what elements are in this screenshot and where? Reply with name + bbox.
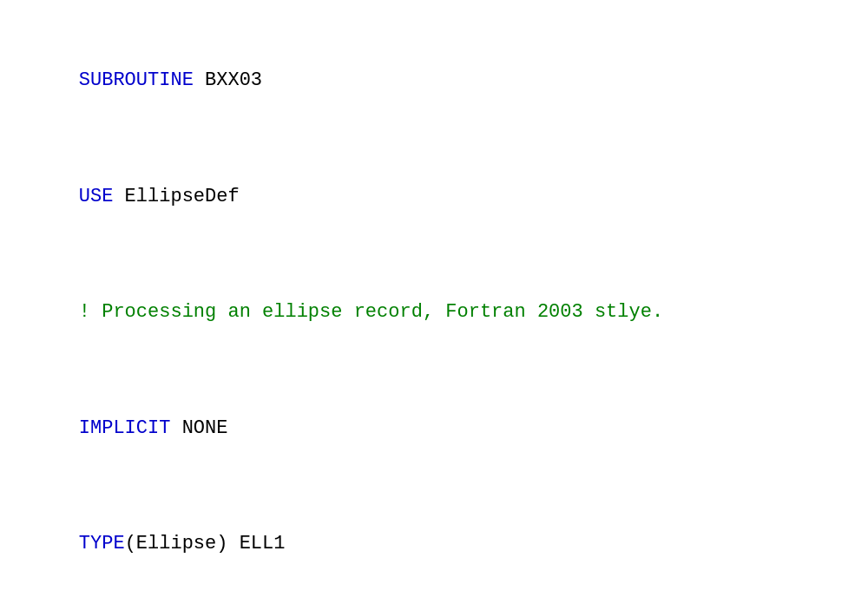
plain-none: NONE bbox=[170, 417, 227, 439]
code-line-3: ! Processing an ellipse record, Fortran … bbox=[33, 266, 835, 358]
code-line-5: TYPE(Ellipse) ELL1 bbox=[33, 498, 835, 590]
code-line-4: IMPLICIT NONE bbox=[33, 383, 835, 475]
keyword-use: USE bbox=[79, 186, 114, 207]
code-line-1: SUBROUTINE BXX03 bbox=[33, 35, 835, 127]
code-line-2: USE EllipseDef bbox=[33, 151, 835, 243]
code-editor: SUBROUTINE BXX03 USE EllipseDef ! Proces… bbox=[0, 0, 868, 610]
keyword-implicit: IMPLICIT bbox=[79, 417, 171, 439]
keyword-type: TYPE bbox=[79, 533, 125, 554]
plain-ellipse-ell1: (Ellipse) ELL1 bbox=[125, 533, 286, 554]
keyword-subroutine: SUBROUTINE bbox=[79, 69, 194, 91]
comment-processing: ! Processing an ellipse record, Fortran … bbox=[79, 301, 663, 323]
plain-bxx03: BXX03 bbox=[194, 69, 262, 91]
plain-ellipsedef: EllipseDef bbox=[113, 186, 239, 207]
